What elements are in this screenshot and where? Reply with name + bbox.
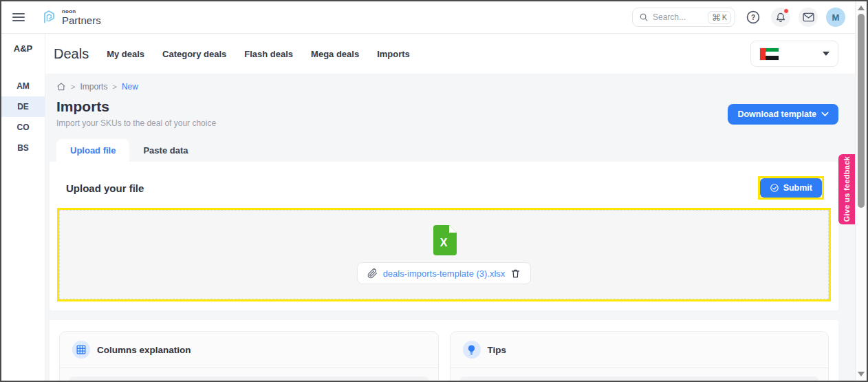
breadcrumb: > Imports > New xyxy=(50,82,838,92)
tab-upload-file[interactable]: Upload file xyxy=(56,139,129,162)
nav-imports[interactable]: Imports xyxy=(377,49,410,59)
columns-card-title: Columns explanation xyxy=(97,345,191,355)
check-circle-icon xyxy=(770,183,779,193)
download-template-button[interactable]: Download template xyxy=(728,104,838,125)
column-row-deal-code: deal_code xyxy=(69,376,428,382)
user-avatar[interactable]: M xyxy=(826,8,845,27)
envelope-icon xyxy=(803,12,814,22)
deals-nav-bar: Deals My deals Category deals Flash deal… xyxy=(45,34,855,74)
give-feedback-label: Give us feedback xyxy=(843,156,851,222)
help-cards-panel: Columns explanation deal_code xyxy=(50,320,838,382)
imports-page: > Imports > New Imports Import your SKUs… xyxy=(45,74,855,382)
top-header: noon Partners ⌘ K ? xyxy=(1,1,855,34)
nav-my-deals[interactable]: My deals xyxy=(107,49,144,59)
messages-button[interactable] xyxy=(799,8,818,27)
notifications-button[interactable] xyxy=(771,8,790,27)
submit-button[interactable]: Submit xyxy=(760,178,822,198)
sidebar-item-bs[interactable]: BS xyxy=(1,138,45,158)
chevron-down-icon xyxy=(823,52,829,56)
chevron-down-icon xyxy=(821,112,829,117)
tips-card: Tips xyxy=(450,331,829,382)
nav-category-deals[interactable]: Category deals xyxy=(162,49,226,59)
sidebar-item-am[interactable]: AM xyxy=(1,76,45,96)
sidebar-item-de[interactable]: DE xyxy=(1,96,45,117)
svg-text:X: X xyxy=(440,237,447,248)
scrollbar-thumb[interactable] xyxy=(858,14,865,208)
columns-explanation-card: Columns explanation deal_code xyxy=(59,331,439,382)
svg-text:?: ? xyxy=(751,14,755,21)
hamburger-menu-icon[interactable] xyxy=(12,11,25,23)
uploaded-file-chip: deals-imports-template (3).xlsx xyxy=(357,262,532,284)
lightbulb-icon xyxy=(467,345,476,355)
help-button[interactable]: ? xyxy=(744,8,763,27)
search-shortcut-badge: ⌘ K xyxy=(708,11,731,24)
upload-file-panel: Upload your file Submit xyxy=(50,162,838,310)
dropzone-highlight: X deals-imports-template (3).xlsx xyxy=(59,210,829,299)
notification-badge xyxy=(783,8,789,14)
left-sidebar: A&P AM DE CO BS xyxy=(1,34,45,382)
brand-partners-text: Partners xyxy=(62,15,101,25)
upload-section-heading: Upload your file xyxy=(66,182,144,194)
nav-flash-deals[interactable]: Flash deals xyxy=(244,49,293,59)
app-window: Give us feedback noon Partners xyxy=(0,0,868,382)
noon-logo-icon xyxy=(40,8,58,26)
section-title-deals: Deals xyxy=(54,46,89,62)
excel-file-icon: X xyxy=(432,225,457,255)
sidebar-item-co[interactable]: CO xyxy=(1,117,45,138)
scroll-down-arrow-icon[interactable] xyxy=(858,372,865,376)
home-icon[interactable] xyxy=(56,82,66,92)
submit-highlight: Submit xyxy=(760,178,822,198)
tips-card-title: Tips xyxy=(488,345,507,355)
breadcrumb-new[interactable]: New xyxy=(122,82,138,92)
uae-flag-icon xyxy=(759,47,779,61)
section-gap xyxy=(50,310,838,320)
paperclip-icon xyxy=(367,268,378,279)
nav-mega-deals[interactable]: Mega deals xyxy=(311,49,359,59)
page-subtitle: Import your SKUs to the deal of your cho… xyxy=(56,118,216,128)
trash-icon[interactable] xyxy=(510,268,521,279)
search-icon xyxy=(639,12,649,22)
uploaded-file-name[interactable]: deals-imports-template (3).xlsx xyxy=(383,268,506,279)
vertical-scrollbar[interactable] xyxy=(855,1,867,381)
table-grid-icon xyxy=(76,345,86,354)
help-icon: ? xyxy=(746,10,761,25)
scroll-up-arrow-icon[interactable] xyxy=(858,6,865,10)
import-tabs: Upload file Paste data xyxy=(50,139,838,162)
sidebar-header-ap: A&P xyxy=(1,43,45,54)
page-title: Imports xyxy=(56,98,216,115)
give-feedback-tab[interactable]: Give us feedback xyxy=(838,154,855,224)
file-dropzone[interactable]: X deals-imports-template (3).xlsx xyxy=(59,210,829,299)
tips-row xyxy=(460,376,819,382)
brand-noon-text: noon xyxy=(62,9,101,14)
search-input[interactable] xyxy=(653,12,702,22)
tab-paste-data[interactable]: Paste data xyxy=(129,139,202,162)
country-selector[interactable] xyxy=(750,41,838,67)
noon-partners-logo[interactable]: noon Partners xyxy=(40,8,101,26)
global-search[interactable]: ⌘ K xyxy=(632,8,735,27)
breadcrumb-imports[interactable]: Imports xyxy=(80,82,107,92)
